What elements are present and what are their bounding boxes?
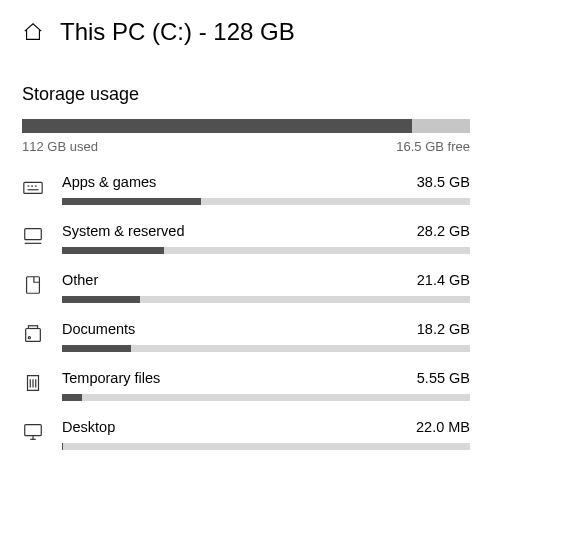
category-item-desktop[interactable]: Desktop22.0 MB [22,419,557,450]
category-bar [62,394,470,401]
category-name: Apps & games [62,174,156,190]
category-name: Documents [62,321,135,337]
category-bar [62,296,470,303]
total-usage-bar [22,119,470,133]
apps-icon [22,176,44,198]
category-bar-fill [62,198,201,205]
category-bar [62,443,470,450]
category-name: Other [62,272,98,288]
page-title: This PC (C:) - 128 GB [60,18,295,46]
home-icon[interactable] [22,21,44,43]
system-icon [22,225,44,247]
category-item-documents[interactable]: Documents18.2 GB [22,321,557,352]
used-label: 112 GB used [22,139,98,154]
category-size: 5.55 GB [417,370,470,386]
category-bar-fill [62,394,82,401]
category-bar-fill [62,296,140,303]
category-bar [62,198,470,205]
category-name: System & reserved [62,223,185,239]
category-item-temp[interactable]: Temporary files5.55 GB [22,370,557,401]
documents-icon [22,323,44,345]
other-icon [22,274,44,296]
category-name: Temporary files [62,370,160,386]
category-bar [62,345,470,352]
category-bar-fill [62,247,164,254]
category-size: 38.5 GB [417,174,470,190]
total-usage-bar-fill [22,119,412,133]
section-heading: Storage usage [22,84,557,105]
category-size: 28.2 GB [417,223,470,239]
category-item-apps[interactable]: Apps & games38.5 GB [22,174,557,205]
category-bar [62,247,470,254]
free-label: 16.5 GB free [396,139,470,154]
category-name: Desktop [62,419,115,435]
category-item-system[interactable]: System & reserved28.2 GB [22,223,557,254]
category-size: 22.0 MB [416,419,470,435]
category-size: 18.2 GB [417,321,470,337]
category-size: 21.4 GB [417,272,470,288]
category-bar-fill [62,345,131,352]
temp-icon [22,372,44,394]
desktop-icon [22,421,44,443]
category-item-other[interactable]: Other21.4 GB [22,272,557,303]
